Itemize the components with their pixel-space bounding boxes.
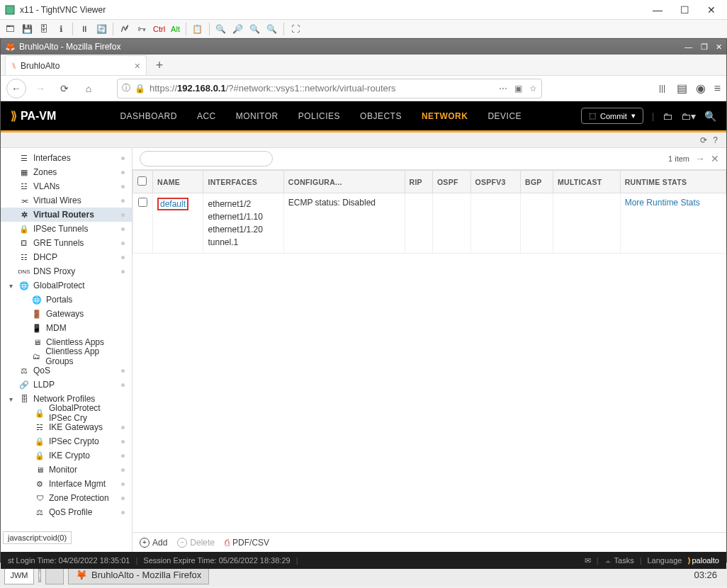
nav-acc[interactable]: ACC [197, 111, 216, 121]
sidebar-icon[interactable]: ▤ [677, 81, 687, 95]
sidebar-vlans[interactable]: ☳VLANs [1, 179, 132, 193]
ctrl-key-toggle[interactable]: Ctrl [152, 25, 167, 33]
firefox-maximize-button[interactable]: ❐ [701, 43, 708, 51]
send-key-icon[interactable]: 🗝 [135, 22, 149, 36]
col-runtime[interactable]: RUNTIME STATS [620, 171, 726, 193]
sidebar-gp-clientless-groups[interactable]: 🗂Clientless App Groups [1, 349, 132, 363]
footer-tasks-link[interactable]: ⫠ Tasks [604, 556, 634, 565]
add-button[interactable]: +Add [140, 538, 167, 548]
runtime-stats-link[interactable]: More Runtime Stats [625, 198, 700, 208]
menu-icon[interactable]: ≡ [714, 82, 721, 95]
sidebar-np-ike-gateways[interactable]: ☵IKE Gateways [1, 420, 132, 434]
export-icon[interactable]: 🗀▾ [681, 111, 696, 122]
copy-icon[interactable]: 📋 [191, 22, 205, 36]
sidebar-np-ike-crypto[interactable]: 🔒IKE Crypto [1, 448, 132, 463]
vr-name-link[interactable]: default [157, 198, 188, 210]
bookmark-star-icon[interactable]: ☆ [529, 84, 537, 94]
sync-icon[interactable]: ⟳ [700, 135, 707, 145]
zoom-in-icon[interactable]: 🔍 [214, 22, 228, 36]
footer-messages-icon[interactable]: ✉ [585, 556, 591, 565]
col-config[interactable]: CONFIGURA... [283, 171, 405, 193]
sidebar-ipsec-tunnels[interactable]: 🔒IPSec Tunnels [1, 222, 132, 236]
col-ospf[interactable]: OSPF [432, 171, 470, 193]
zoom-100-icon[interactable]: 🔍 [248, 22, 262, 36]
search-icon[interactable]: 🔍 [704, 111, 716, 122]
url-bar[interactable]: ⓘ 🔒 https://192.168.0.1/?#network::vsys1… [117, 79, 542, 98]
commit-button[interactable]: ⬚ Commit ▾ [581, 108, 643, 124]
options-icon[interactable]: 🗄 [37, 22, 51, 36]
sidebar-gp-portals[interactable]: 🌐Portals [1, 293, 132, 307]
sidebar-gre-tunnels[interactable]: ⛋GRE Tunnels [1, 236, 132, 250]
browser-tab[interactable]: ⑊ BruhloAlto × [5, 55, 147, 75]
sidebar-qos[interactable]: ⚖QoS [1, 363, 132, 378]
nav-dashboard[interactable]: DASHBOARD [120, 111, 177, 121]
cad-icon[interactable]: 🗲 [118, 22, 132, 36]
clear-icon[interactable]: ✕ [711, 153, 719, 164]
sidebar-lldp[interactable]: 🔗LLDP [1, 378, 132, 392]
col-ospfv3[interactable]: OSPFV3 [470, 171, 520, 193]
sidebar-virtual-routers[interactable]: ✲Virtual Routers [1, 208, 132, 222]
alt-key-toggle[interactable]: Alt [169, 25, 181, 33]
table-search-input[interactable] [140, 151, 273, 166]
table-row[interactable]: default ethernet1/2 ethernet1/1.10 ether… [133, 193, 726, 254]
sidebar-zones[interactable]: ▦Zones [1, 165, 132, 179]
caret-down-icon[interactable]: ▾ [9, 395, 13, 403]
sidebar-dhcp[interactable]: ☷DHCP [1, 250, 132, 264]
col-name[interactable]: NAME [153, 171, 203, 193]
col-interfaces[interactable]: INTERFACES [203, 171, 283, 193]
info-icon[interactable]: ℹ [54, 22, 68, 36]
home-button[interactable]: ⌂ [79, 79, 98, 98]
sidebar-np-gp-ipsec[interactable]: 🔒GlobalProtect IPSec Cry [1, 406, 132, 420]
vnc-minimize-button[interactable]: — [650, 4, 665, 16]
forward-button[interactable]: → [30, 79, 50, 98]
reader-mode-icon[interactable]: ▣ [514, 84, 522, 94]
pdf-csv-button[interactable]: ⎙PDF/CSV [225, 538, 269, 548]
footer-language-link[interactable]: Language [648, 556, 682, 565]
refresh-icon[interactable]: 🔄 [94, 22, 108, 36]
vnc-maximize-button[interactable]: ☐ [677, 4, 692, 16]
site-info-icon[interactable]: ⓘ [122, 82, 130, 94]
sidebar-gp-mdm[interactable]: 📱MDM [1, 321, 132, 335]
firefox-close-button[interactable]: ✕ [716, 43, 722, 51]
tab-close-button[interactable]: × [135, 60, 140, 72]
go-icon[interactable]: → [695, 153, 705, 164]
account-icon[interactable]: ◉ [696, 81, 706, 95]
new-tab-button[interactable]: + [150, 55, 169, 75]
new-connection-icon[interactable]: 🗔 [3, 22, 17, 36]
sidebar-np-ipsec-crypto[interactable]: 🔒IPSec Crypto [1, 434, 132, 448]
nav-objects[interactable]: OBJECTS [360, 111, 402, 121]
reload-button[interactable]: ⟳ [55, 79, 74, 98]
page-actions-icon[interactable]: ⋯ [499, 84, 507, 94]
sidebar-globalprotect[interactable]: ▾🌐GlobalProtect [1, 278, 132, 293]
sidebar-gp-gateways[interactable]: 🚪Gateways [1, 307, 132, 321]
nav-device[interactable]: DEVICE [488, 111, 522, 121]
col-multicast[interactable]: MULTICAST [553, 171, 620, 193]
nav-network[interactable]: NETWORK [422, 111, 468, 121]
vnc-close-button[interactable]: ✕ [704, 4, 718, 16]
sidebar-np-interface-mgmt[interactable]: ⚙Interface Mgmt [1, 477, 132, 491]
fullscreen-icon[interactable]: ⛶ [288, 22, 303, 36]
help-icon[interactable]: ? [713, 135, 718, 145]
config-icon[interactable]: 🗀 [663, 111, 672, 122]
sidebar-interfaces[interactable]: ☰Interfaces [1, 151, 132, 165]
caret-down-icon[interactable]: ▾ [9, 282, 13, 290]
zoom-auto-icon[interactable]: 🔍 [265, 22, 279, 36]
save-icon[interactable]: 💾 [20, 22, 34, 36]
nav-monitor[interactable]: MONITOR [236, 111, 278, 121]
pause-icon[interactable]: ⏸ [77, 22, 91, 36]
sidebar-np-zone-protection[interactable]: 🛡Zone Protection [1, 491, 132, 505]
col-bgp[interactable]: BGP [521, 171, 553, 193]
sidebar-np-qos-profile[interactable]: ⚖QoS Profile [1, 505, 132, 519]
back-button[interactable]: ← [6, 79, 26, 98]
row-checkbox[interactable] [138, 198, 147, 207]
sidebar-np-monitor[interactable]: 🖥Monitor [1, 463, 132, 477]
sidebar-dns-proxy[interactable]: DNSDNS Proxy [1, 264, 132, 278]
nav-policies[interactable]: POLICIES [298, 111, 340, 121]
col-rip[interactable]: RIP [405, 171, 432, 193]
library-icon[interactable]: ⫼ [657, 82, 668, 95]
zoom-out-icon[interactable]: 🔎 [231, 22, 245, 36]
delete-button[interactable]: −Delete [177, 538, 215, 548]
sidebar-virtual-wires[interactable]: ⫘Virtual Wires [1, 193, 132, 208]
firefox-minimize-button[interactable]: — [684, 43, 692, 51]
select-all-checkbox[interactable] [137, 176, 147, 186]
